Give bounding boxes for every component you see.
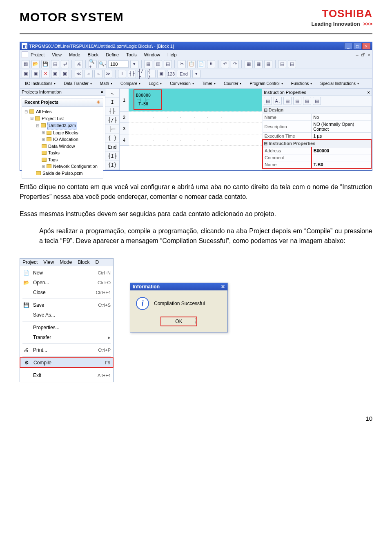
prop-6-icon[interactable]: ▤ [313,97,321,105]
prop-3-icon[interactable]: ▤ [283,97,292,105]
menu-define[interactable]: Define [106,52,119,57]
tree-logic-blocks[interactable]: ⊞Logic Blocks [24,129,100,136]
cat-math[interactable]: Math▾ [97,81,116,86]
menu-properties[interactable]: Properties... [20,323,113,332]
tb2-5-icon[interactable]: ▣ [61,70,69,78]
save-icon[interactable]: 💾 [41,60,49,68]
cat-counter[interactable]: Counter▾ [220,81,245,86]
pal-icoil[interactable]: {I} [105,161,119,170]
copy-icon[interactable]: 📋 [187,60,196,68]
cat-conv[interactable]: Conversion▾ [167,81,197,86]
new-icon[interactable]: ▧ [22,60,30,68]
num-icon[interactable]: 123 [167,70,175,78]
prop-val[interactable]: B00000 [312,147,371,154]
menu2-mode[interactable]: Mode [60,259,72,265]
panel-close-icon[interactable]: × [368,90,370,95]
contact-nc-icon[interactable]: ┤├ [128,70,136,78]
rung-2[interactable]: ······ [129,112,262,123]
prop-val[interactable]: 1 µs [312,133,371,140]
grid1-icon[interactable]: ▦ [144,60,152,68]
table3-icon[interactable]: ▦ [264,60,272,68]
menu-open[interactable]: 📂Open...Ctrl+O [20,278,113,288]
menu-help[interactable]: Help [167,52,177,57]
prop-az-icon[interactable]: A↓ [274,97,282,105]
tree-io-alloc[interactable]: ⊞IO Allocation [24,136,100,143]
coil-icon[interactable]: { } [147,70,156,78]
contact-no-icon[interactable]: I [118,70,126,78]
menu-window[interactable]: Window [144,52,160,57]
grid3-icon[interactable]: ▤ [164,60,172,68]
prop-val[interactable]: NO (Normally Open) Contact [312,121,371,133]
tree-sibling[interactable]: Saída de Pulso.pzm [24,170,100,177]
pal-i[interactable]: I [105,98,119,107]
dialog-close-icon[interactable]: ✕ [221,284,225,290]
rung-4[interactable]: ······ [129,134,262,146]
ok-button[interactable]: OK [160,317,197,326]
end-dd-icon[interactable]: ▾ [192,70,200,78]
tb2-2-icon[interactable]: ▣ [31,70,40,78]
undo-icon[interactable]: ↶ [221,60,229,68]
zoom-in-icon[interactable]: 🔍+ [89,60,97,68]
title-bar[interactable]: ◧ TRPGMS01\OffLine\TRSPUX10A\Untitled2.p… [20,42,372,50]
menu2-view[interactable]: View [43,259,54,265]
pal-nc[interactable]: ┤/├ [105,116,119,125]
zoom-dd-icon[interactable]: ▾ [130,60,138,68]
pal-ino[interactable]: ┤I├ [105,152,119,161]
tb2-4-icon[interactable]: ▣ [51,70,59,78]
prop-val[interactable]: T-B0 [312,161,371,169]
minimize-button[interactable]: _ [344,43,352,49]
cat-compare[interactable]: Compare▾ [117,81,144,86]
menu-project[interactable]: Project [31,52,45,57]
menu-close[interactable]: CloseCtrl+F4 [20,288,113,297]
tree-data-window[interactable]: Data Window [24,143,100,150]
prop-cat-inst[interactable]: ⊟ Instruction Properties [263,140,371,147]
zoom-level[interactable]: 100 [108,60,129,68]
maximize-button[interactable]: □ [353,43,361,49]
table2-icon[interactable]: ▦ [254,60,263,68]
table1-icon[interactable]: ▦ [245,60,253,68]
cut-icon[interactable]: ✂ [178,60,186,68]
tree-all-files[interactable]: ⊟All Files [24,108,100,115]
cat-prog[interactable]: Program Control▾ [246,81,286,86]
pal-coil[interactable]: { } [105,134,119,143]
menu-print[interactable]: 🖨Print...Ctrl+P [20,345,113,355]
menu-transfer[interactable]: Transfer▸ [20,332,113,342]
prop-4-icon[interactable]: ▤ [293,97,301,105]
prop-val[interactable]: No [312,114,371,121]
menu2-project[interactable]: Project [22,259,38,265]
rung-3[interactable]: ······ [129,123,262,134]
tb2-1-icon[interactable]: ▣ [22,70,30,78]
panel-close-icon[interactable]: × [101,89,103,94]
tree-project[interactable]: ⊟Untitled2.pzm [24,122,100,129]
cat-timer[interactable]: Timer▾ [199,81,219,86]
ladder-editor[interactable]: 1 2 3 4 B00000 ─┤ ├─ T-B0 ······ ······ … [120,89,262,170]
tree-network[interactable]: ⊞Network Configuration [24,163,100,170]
transfer-icon[interactable]: ⇄ [61,60,69,68]
cat-special[interactable]: Special Instructions▾ [317,81,362,86]
menu2-d[interactable]: D [96,259,99,265]
prop-cat-design[interactable]: ⊟ Design [263,107,371,114]
tree-project-list[interactable]: ⊟Project List [24,115,100,122]
tb2-del-icon[interactable]: ✕ [41,70,49,78]
redo-icon[interactable]: ↷ [231,60,239,68]
prop-cat-icon[interactable]: ▤ [264,97,272,105]
chart-icon[interactable]: ▤ [278,60,286,68]
end-button[interactable]: End [177,70,191,78]
pal-no[interactable]: ┤├ [105,107,119,116]
menu-tools[interactable]: Tools [126,52,137,57]
print-icon[interactable]: 🖨 [75,60,83,68]
cat-func[interactable]: Functions▾ [288,81,315,86]
close-button[interactable]: × [362,43,370,49]
tree-tags[interactable]: Tags [24,156,100,163]
menu-exit[interactable]: ExitAlt+F4 [20,370,113,380]
pal-end[interactable]: End [105,143,119,152]
tb2-prev-icon[interactable]: « [85,70,93,78]
menu-mode[interactable]: Mode [69,52,80,57]
prop-val[interactable] [312,154,371,161]
tree-tasks[interactable]: Tasks [24,149,100,156]
menu-save-as[interactable]: Save As... [20,310,113,320]
menu-compile[interactable]: ⚙CompileF9 [20,358,113,368]
tb2-next-icon[interactable]: » [94,70,102,78]
pal-line[interactable]: ├─ [105,125,119,134]
menu-save[interactable]: 💾SaveCtrl+S [20,300,113,310]
